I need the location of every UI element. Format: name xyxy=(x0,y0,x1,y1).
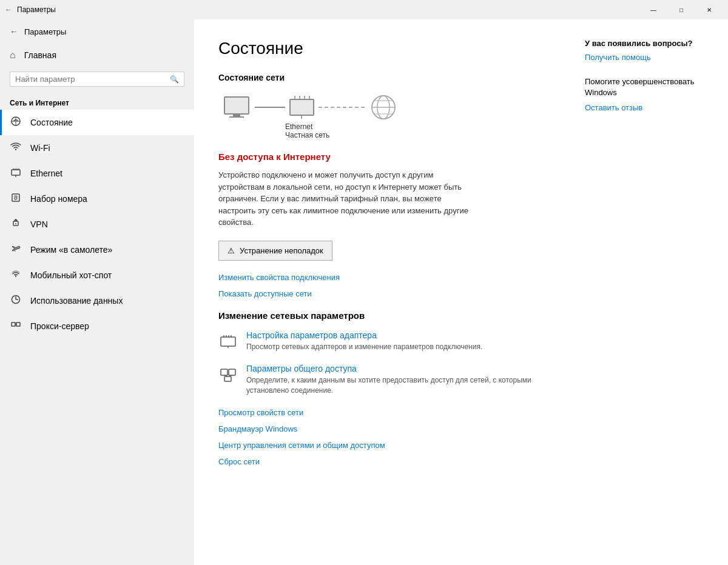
show-available-networks-link[interactable]: Показать доступные сети xyxy=(218,289,546,298)
svg-rect-31 xyxy=(221,369,228,375)
sharing-settings-desc: Определите, к каким данным вы хотите пре… xyxy=(246,375,546,396)
minimize-button[interactable]: — xyxy=(639,0,667,19)
help-section: У вас появились вопросы? Получить помощь… xyxy=(585,39,713,112)
sidebar-item-airplane-label: Режим «в самолете» xyxy=(30,245,112,255)
globe-icon xyxy=(367,92,400,122)
troubleshoot-button[interactable]: ⚠ Устранение неполадок xyxy=(218,241,332,261)
sidebar: ← Параметры ⌂ Главная 🔍 Сеть и Интернет … xyxy=(0,19,194,565)
sidebar-item-datausage-label: Использование данных xyxy=(30,296,123,306)
sidebar-item-dialup[interactable]: Набор номера xyxy=(0,186,194,212)
vpn-icon xyxy=(10,218,22,231)
sharing-settings-title[interactable]: Параметры общего доступа xyxy=(246,364,546,373)
network-center-link[interactable]: Центр управления сетями и общим доступом xyxy=(218,441,546,450)
line-dashed-icon xyxy=(318,92,367,122)
svg-rect-10 xyxy=(233,114,240,116)
svg-point-3 xyxy=(15,197,17,199)
sidebar-item-vpn-label: VPN xyxy=(30,219,48,229)
line-solid-icon xyxy=(255,92,285,122)
diagram-icons-row xyxy=(218,92,546,122)
titlebar: ← Параметры — □ ✕ xyxy=(0,0,728,19)
help-title: У вас появились вопросы? xyxy=(585,39,713,48)
ethernet-label: Ethernet xyxy=(285,122,546,131)
sidebar-app-title: Параметры xyxy=(24,27,66,36)
change-settings-section: Изменение сетевых параметров Настройка п… xyxy=(218,310,546,396)
change-settings-title: Изменение сетевых параметров xyxy=(218,310,546,321)
svg-rect-7 xyxy=(12,323,15,326)
network-reset-link[interactable]: Сброс сети xyxy=(218,457,546,466)
troubleshoot-label: Устранение неполадок xyxy=(240,246,323,255)
network-status-section-title: Состояние сети xyxy=(218,73,546,82)
svg-rect-8 xyxy=(16,323,20,326)
sharing-settings-icon xyxy=(218,365,238,384)
get-help-link[interactable]: Получить помощь xyxy=(585,53,713,62)
search-icon: 🔍 xyxy=(170,75,179,84)
adapter-settings-title[interactable]: Настройка параметров адаптера xyxy=(246,330,482,340)
sidebar-search-container: 🔍 xyxy=(10,72,184,87)
firewall-link[interactable]: Брандмауэр Windows xyxy=(218,424,546,433)
private-network-label: Частная сеть xyxy=(285,131,546,139)
no-internet-title: Без доступа к Интернету xyxy=(218,152,546,162)
change-connection-props-link[interactable]: Изменить свойства подключения xyxy=(218,273,546,282)
sidebar-item-home[interactable]: ⌂ Главная xyxy=(0,44,194,67)
sidebar-back[interactable]: ← Параметры xyxy=(0,19,194,44)
adapter-settings-icon xyxy=(218,332,238,351)
warning-icon: ⚠ xyxy=(228,246,235,255)
feedback-link[interactable]: Оставить отзыв xyxy=(585,103,713,112)
titlebar-title: Параметры xyxy=(17,5,56,14)
status-icon xyxy=(10,116,22,129)
sidebar-item-airplane[interactable]: Режим «в самолете» xyxy=(0,237,194,262)
titlebar-controls: — □ ✕ xyxy=(639,0,723,19)
hotspot-icon xyxy=(10,269,22,282)
app-container: ← Параметры ⌂ Главная 🔍 Сеть и Интернет … xyxy=(0,19,728,565)
no-internet-description: Устройство подключено и может получить д… xyxy=(218,169,473,229)
page-title: Состояние xyxy=(218,39,546,58)
airplane-icon xyxy=(10,243,22,256)
sidebar-item-wifi-label: Wi-Fi xyxy=(30,143,50,153)
sidebar-item-ethernet[interactable]: Ethernet xyxy=(0,161,194,186)
close-button[interactable]: ✕ xyxy=(695,0,723,19)
sidebar-item-hotspot[interactable]: Мобильный хот-спот xyxy=(0,262,194,288)
sidebar-item-dialup-label: Набор номера xyxy=(30,194,87,204)
sidebar-item-proxy[interactable]: Прокси-сервер xyxy=(0,313,194,339)
svg-rect-33 xyxy=(224,376,231,381)
router-icon xyxy=(285,92,318,122)
network-props-link[interactable]: Просмотр свойств сети xyxy=(218,408,546,417)
sidebar-item-vpn[interactable]: VPN xyxy=(0,212,194,237)
svg-rect-25 xyxy=(221,337,235,346)
sidebar-item-datausage[interactable]: Использование данных xyxy=(0,288,194,313)
search-input[interactable] xyxy=(15,75,166,84)
sidebar-item-status-label: Состояние xyxy=(30,118,73,127)
datausage-icon xyxy=(10,294,22,307)
sidebar-section-title: Сеть и Интернет xyxy=(0,92,194,110)
svg-rect-13 xyxy=(290,99,314,115)
back-icon: ← xyxy=(10,27,18,36)
adapter-settings-text: Настройка параметров адаптера Просмотр с… xyxy=(246,330,482,352)
adapter-settings-desc: Просмотр сетевых адаптеров и изменение п… xyxy=(246,342,482,352)
adapter-settings-item[interactable]: Настройка параметров адаптера Просмотр с… xyxy=(218,330,546,352)
computer-icon xyxy=(218,92,255,122)
content-area: Состояние Состояние сети xyxy=(194,19,570,565)
dialup-icon xyxy=(10,192,22,206)
maximize-button[interactable]: □ xyxy=(667,0,695,19)
svg-point-5 xyxy=(15,223,16,224)
sidebar-item-status[interactable]: Состояние xyxy=(0,110,194,135)
right-panel: У вас появились вопросы? Получить помощь… xyxy=(570,19,728,565)
svg-rect-2 xyxy=(12,194,19,201)
svg-rect-9 xyxy=(224,97,249,114)
svg-rect-11 xyxy=(229,116,244,118)
sidebar-item-hotspot-label: Мобильный хот-спот xyxy=(30,270,112,280)
sidebar-item-ethernet-label: Ethernet xyxy=(30,169,62,178)
svg-rect-1 xyxy=(12,170,20,175)
home-icon: ⌂ xyxy=(10,50,16,61)
ethernet-icon xyxy=(10,167,22,180)
sidebar-item-wifi[interactable]: Wi-Fi xyxy=(0,135,194,161)
network-diagram: Ethernet Частная сеть xyxy=(218,92,546,139)
improve-windows-title: Помогите усовершенствовать Windows xyxy=(585,76,713,98)
svg-rect-32 xyxy=(229,369,235,375)
home-label: Главная xyxy=(24,50,56,60)
back-arrow-icon[interactable]: ← xyxy=(5,5,12,14)
proxy-icon xyxy=(10,319,22,333)
sharing-settings-item[interactable]: Параметры общего доступа Определите, к к… xyxy=(218,364,546,396)
sharing-settings-text: Параметры общего доступа Определите, к к… xyxy=(246,364,546,396)
titlebar-left: ← Параметры xyxy=(5,5,56,14)
